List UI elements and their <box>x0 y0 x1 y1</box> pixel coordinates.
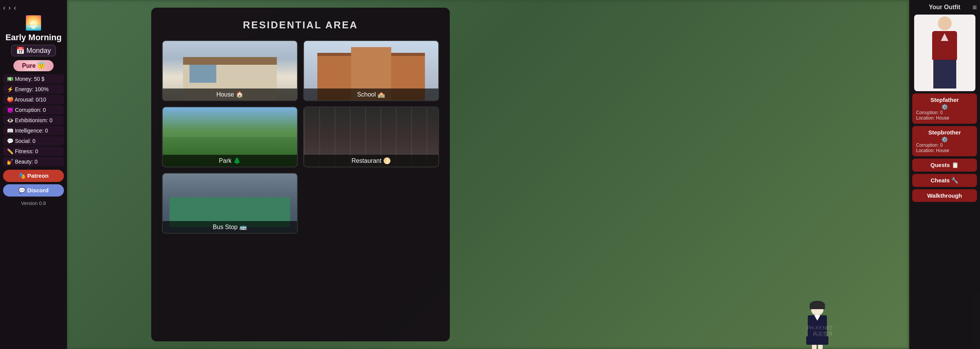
stat-beauty: 💅 Beauty: 0 <box>3 157 64 166</box>
location-school[interactable]: School 🏫 <box>303 40 439 101</box>
bus-label: Bus Stop 🚌 <box>163 221 297 233</box>
nav-back-button[interactable]: ‹ <box>3 4 5 12</box>
watermark-site: PH-XY.NET <box>807 325 833 331</box>
char-collar <box>941 33 949 41</box>
stat-corruption: 😈 Corruption: 0 <box>3 105 64 115</box>
watermark-kanji: 风花雪月 <box>807 331 833 338</box>
stat-energy: ⚡ Energy: 100% <box>3 85 64 94</box>
right-panel: Your Outfit Stepfather ⚙️ Corruption: 0 … <box>909 0 980 349</box>
char-head <box>938 16 952 30</box>
stat-social: 💬 Social: 0 <box>3 136 64 146</box>
restaurant-label: Restaurant 🌕 <box>304 155 438 167</box>
char-body-bottom <box>933 60 956 88</box>
quests-button[interactable]: Quests 📋 <box>912 159 977 172</box>
stepfather-star: ⚙️ <box>916 104 973 110</box>
school-label: School 🏫 <box>304 88 438 100</box>
patreon-button[interactable]: 🎭 Patreon <box>3 170 64 182</box>
npc-card-stepfather[interactable]: Stepfather ⚙️ Corruption: 0 Location: Ho… <box>912 93 977 124</box>
location-modal: RESIDENTIAL AREA House 🏠 School 🏫 Park 🌲… <box>151 8 450 341</box>
location-bus[interactable]: Bus Stop 🚌 <box>162 173 298 234</box>
anime-leg-left <box>812 345 817 349</box>
version-label: Version 0.8 <box>21 200 46 206</box>
modal-title: RESIDENTIAL AREA <box>162 19 439 31</box>
house-label: House 🏠 <box>163 88 297 100</box>
location-restaurant[interactable]: Restaurant 🌕 <box>303 107 439 167</box>
stepbrother-name: Stepbrother <box>916 129 973 136</box>
discord-button[interactable]: 💬 Discord <box>3 184 64 197</box>
stepfather-name: Stepfather <box>916 97 973 103</box>
stat-money: 💵 Money: 50 $ <box>3 74 64 84</box>
stepbrother-location: Location: House <box>916 148 973 153</box>
stepbrother-corruption: Corruption: 0 <box>916 143 973 148</box>
anime-hair <box>810 301 825 309</box>
day-text: Monday <box>26 47 51 54</box>
anime-legs <box>804 345 831 349</box>
stepfather-location: Location: House <box>916 115 973 121</box>
purity-badge: Pure 😇 <box>13 60 53 71</box>
stepfather-corruption: Corruption: 0 <box>916 110 973 115</box>
nav-forward-button[interactable]: › <box>8 4 11 12</box>
day-icon: 📅 <box>16 47 24 54</box>
location-park[interactable]: Park 🌲 <box>162 107 298 167</box>
menu-icon[interactable]: ≡ <box>972 3 977 12</box>
nav-arrows: ‹ › ‹ <box>3 4 16 12</box>
main-area: RESIDENTIAL AREA House 🏠 School 🏫 Park 🌲… <box>67 0 909 349</box>
cheats-button[interactable]: Cheats 🔧 <box>912 174 977 187</box>
stat-fitness: ✏️ Fitness: 0 <box>3 147 64 156</box>
sidebar: ‹ › ‹ 🌅 Early Morning 📅 Monday Pure 😇 💵 … <box>0 0 67 349</box>
time-icon: 🌅 <box>25 15 42 31</box>
walkthrough-button[interactable]: Walkthrough <box>912 189 977 202</box>
time-label: Early Morning <box>5 33 62 43</box>
anime-head <box>811 303 823 315</box>
stat-intelligence: 📖 Intelligence: 0 <box>3 126 64 135</box>
location-grid: House 🏠 School 🏫 Park 🌲 Restaurant 🌕 Bus <box>162 40 439 234</box>
stepbrother-star: ⚙️ <box>916 136 973 143</box>
outfit-display <box>914 15 975 91</box>
character-figure <box>926 16 964 89</box>
anime-collar <box>814 315 820 321</box>
watermark: PH-XY.NET 风花雪月 <box>807 325 833 338</box>
char-body-top <box>932 31 957 60</box>
stat-arousal: 🍑 Arousal: 0/10 <box>3 95 64 104</box>
day-badge: 📅 Monday <box>11 45 56 56</box>
anime-leg-right <box>818 345 823 349</box>
outfit-title: Your Outfit <box>929 4 960 11</box>
anime-skirt <box>806 336 828 345</box>
stat-exhibitionism: 👁️ Exhibitionism: 0 <box>3 116 64 125</box>
park-label: Park 🌲 <box>163 155 297 167</box>
location-house[interactable]: House 🏠 <box>162 40 298 101</box>
npc-card-stepbrother[interactable]: Stepbrother ⚙️ Corruption: 0 Location: H… <box>912 126 977 156</box>
nav-collapse-button[interactable]: ‹ <box>14 4 16 12</box>
